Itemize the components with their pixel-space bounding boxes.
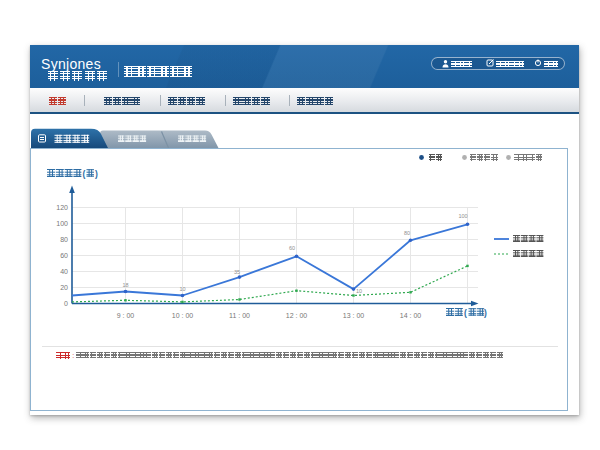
svg-text:80: 80: [404, 230, 410, 236]
svg-text:11 : 00: 11 : 00: [229, 312, 250, 319]
svg-text:10 : 00: 10 : 00: [172, 312, 194, 319]
svg-text:0: 0: [64, 300, 68, 307]
svg-text:80: 80: [60, 236, 68, 243]
svg-text:18: 18: [122, 282, 128, 288]
svg-text:10: 10: [179, 286, 185, 292]
svg-text:(: (: [83, 169, 86, 179]
svg-text:20: 20: [60, 284, 68, 291]
svg-text:60: 60: [60, 252, 68, 259]
svg-text:10: 10: [356, 288, 362, 294]
svg-text:13 : 00: 13 : 00: [343, 312, 365, 319]
svg-text:): ): [484, 308, 487, 318]
svg-text:35: 35: [234, 269, 240, 275]
svg-text:9 : 00: 9 : 00: [117, 312, 135, 319]
svg-text:120: 120: [56, 204, 68, 211]
svg-text:100: 100: [458, 213, 467, 219]
svg-text:60: 60: [289, 245, 295, 251]
svg-text:): ): [95, 169, 98, 179]
svg-text:12 : 00: 12 : 00: [286, 312, 308, 319]
svg-text:40: 40: [60, 268, 68, 275]
svg-text:14 : 00: 14 : 00: [400, 312, 422, 319]
svg-text:(: (: [464, 308, 467, 318]
svg-text:100: 100: [56, 220, 68, 227]
